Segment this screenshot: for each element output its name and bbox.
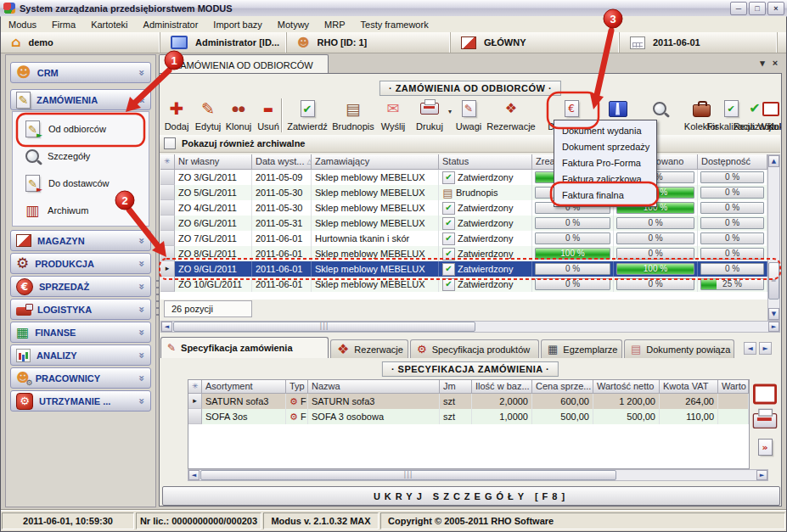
sidebar-section-zamowienia[interactable]: ✎ZAMÓWIENIA» — [10, 89, 151, 110]
menu-item-dokument-wydania[interactable]: Dokument wydania — [554, 123, 656, 139]
tabs-scroll-right-icon[interactable]: ► — [759, 342, 772, 355]
column-header-dost-pno[interactable]: Dostępność — [698, 154, 767, 170]
print-dropdown-icon[interactable]: ▾ — [448, 109, 452, 115]
orders-vertical-scrollbar[interactable]: ▲ ≡ ▼ — [767, 154, 780, 321]
toolbar-button-zatwierd[interactable]: ✔Zatwierdź — [284, 97, 330, 134]
column-header-warto-netto[interactable]: Wartość netto — [593, 380, 660, 394]
toolbar-button-kalendarz[interactable]: Kalendarz — [776, 97, 781, 134]
menu-item-faktura-pro-forma[interactable]: Faktura Pro-Forma — [554, 155, 656, 171]
sidebar-section-logistyka[interactable]: LOGISTYKA» — [10, 299, 151, 320]
toolbar-button-brudnopis[interactable]: ▤Brudnopis — [330, 97, 376, 134]
sidebar-item-szczegoly[interactable]: Szczegóły — [18, 143, 149, 170]
close-button[interactable]: × — [767, 2, 784, 15]
sidebar-section-pracownicy[interactable]: ☻⚙PRACOWNICY» — [10, 367, 151, 389]
infobar-segment-company[interactable]: ⌂demo — [1, 32, 160, 53]
panel-close-icon[interactable]: × — [769, 57, 781, 69]
detail-tab-dokumenty-powi-za[interactable]: ▤Dokumenty powiąza — [624, 339, 734, 358]
column-header-zamawiaj-cy[interactable]: Zamawiający — [312, 154, 439, 170]
sidebar-section-crm[interactable]: ☻CRM» — [10, 62, 151, 83]
column-header-nr-w-asny[interactable]: Nr własny — [175, 154, 252, 170]
infobar-segment-warehouse[interactable]: GŁÓWNY — [451, 32, 620, 53]
menu-item-testy-framework[interactable]: Testy framework — [353, 20, 436, 30]
column-header-asortyment[interactable]: Asortyment — [202, 380, 286, 394]
scroll-right-icon[interactable]: ► — [756, 470, 767, 480]
print-preview-icon[interactable] — [753, 413, 778, 428]
panel-collapse-icon[interactable]: ▾ — [756, 57, 768, 69]
spec-horizontal-scrollbar[interactable]: ◄ ||| ► — [188, 469, 768, 481]
order-row-zo-6-gl-2011[interactable]: ZO 6/GL/20112011-05-31Sklep meblowy MEBE… — [160, 216, 767, 231]
tabs-scroll-left-icon[interactable]: ◄ — [744, 342, 756, 355]
menu-item-faktura-zaliczkowa[interactable]: Faktura zaliczkowa — [554, 171, 656, 188]
column-header-cena-sprze[interactable]: Cena sprze... — [532, 380, 593, 394]
scrollbar-thumb[interactable]: ||| — [173, 322, 475, 332]
sidebar-section-analizy[interactable]: ANALIZY» — [10, 344, 151, 366]
menu-item-motywy[interactable]: Motywy — [270, 20, 317, 30]
spec-row-saturn-sofa3[interactable]: ▸SATURN sofa3⚙FSATURN sofa3szt2,0000600,… — [188, 394, 749, 409]
menu-item-administrator[interactable]: Administrator — [136, 20, 206, 30]
column-header-typ[interactable]: Typ — [286, 380, 308, 394]
toolbar-button-rezerwacje[interactable]: ❖Rezerwacje — [484, 97, 538, 134]
sidebar-item-archiwum[interactable]: ▥Archiwum — [18, 197, 149, 224]
scrollbar-thumb[interactable]: ||| — [200, 470, 616, 480]
toolbar-button-drukuj[interactable]: Drukuj — [410, 97, 449, 134]
toolbar-button-klonuj[interactable]: ●●Klonuj — [223, 97, 254, 134]
sidebar-section-finanse[interactable]: ▦FINANSE» — [10, 322, 151, 343]
menu-item-firma[interactable]: Firma — [44, 20, 83, 30]
toolbar-button-usu[interactable]: ▬Usuń — [254, 97, 283, 134]
toolbar-button-wy-lij[interactable]: ✉Wyślij — [376, 97, 410, 134]
order-row-zo-4-gl-2011[interactable]: ZO 4/GL/20112011-05-30Sklep meblowy MEBE… — [160, 200, 767, 216]
column-header-data-wyst[interactable]: Data wyst...△ — [252, 154, 312, 170]
detail-tab-rezerwacje[interactable]: ❖Rezerwacje — [330, 339, 408, 358]
hide-details-button[interactable]: UKRYJ SZCZEGÓŁY [F8] — [162, 486, 780, 506]
scroll-left-icon[interactable]: ◄ — [188, 470, 200, 480]
column-header-jm[interactable]: Jm — [440, 380, 472, 394]
detail-tab-specyfikacja-zam-wienia[interactable]: ✎Specyfikacja zamówienia — [160, 337, 329, 358]
maximize-button[interactable]: □ — [749, 2, 766, 15]
order-row-zo-3-gl-2011[interactable]: ZO 3/GL/20112011-05-09Sklep meblowy MEBE… — [160, 170, 767, 185]
scroll-left-icon[interactable]: ◄ — [161, 322, 172, 332]
column-header-row-selector[interactable]: ✳ — [160, 154, 175, 170]
detail-tab-egzemplarze[interactable]: ▦Egzemplarze — [541, 339, 622, 358]
order-row-zo-7-gl-2011[interactable]: ZO 7/GL/20112011-06-01Hurtownia tkanin i… — [160, 231, 767, 246]
scrollbar-thumb[interactable]: ≡ — [768, 262, 779, 300]
sidebar-item-do-dostawcow[interactable]: ✎►Do dostawców — [18, 170, 149, 197]
minimize-button[interactable]: ─ — [730, 2, 747, 15]
menu-item-mrp[interactable]: MRP — [317, 20, 352, 30]
menu-item-faktura-finalna[interactable]: Faktura finalna — [554, 188, 656, 204]
spec-row-sofa-3os[interactable]: SOFA 3os⚙FSOFA 3 osobowaszt1,0000500,005… — [188, 409, 749, 424]
toolbar-button-edytuj[interactable]: ✎Edytuj — [193, 97, 223, 134]
orders-horizontal-scrollbar[interactable]: ◄ ||| ► — [160, 321, 780, 333]
sidebar-section-produkcja[interactable]: ⚙PRODUKCJA» — [10, 253, 151, 274]
sidebar-section-utrzymanie[interactable]: ⚙UTRZYMANIE ...» — [10, 390, 151, 412]
menu-item-import-bazy[interactable]: Import bazy — [205, 20, 269, 30]
infobar-segment-operator[interactable]: ☻RHO [ID: 1] — [287, 32, 451, 53]
column-header-kwota-vat[interactable]: Kwota VAT — [660, 380, 718, 394]
column-header-nazwa[interactable]: Nazwa — [308, 380, 440, 394]
order-row-zo-8-gl-2011[interactable]: ZO 8/GL/20112011-06-01Sklep meblowy MEBE… — [160, 246, 767, 261]
menu-item-modus[interactable]: Modus — [1, 20, 44, 30]
order-row-zo-5-gl-2011[interactable]: ZO 5/GL/20112011-05-30Sklep meblowy MEBE… — [160, 185, 767, 200]
sidebar-section-magazyn[interactable]: MAGAZYN» — [10, 230, 151, 251]
infobar-segment-user[interactable]: Administrator [ID... — [160, 32, 287, 53]
order-row-zo-9-gl-2011[interactable]: ▸ZO 9/GL/20112011-06-01Sklep meblowy MEB… — [160, 261, 767, 277]
order-row-zo-10-gl-2011[interactable]: ZO 10/GL/20112011-06-01Sklep meblowy MEB… — [160, 277, 767, 292]
column-header-ilo-w-baz[interactable]: Ilość w baz... — [472, 380, 532, 394]
toolbar-button-uwagi[interactable]: ✎Uwagi — [453, 97, 484, 134]
scroll-right-icon[interactable]: ► — [768, 322, 779, 332]
scroll-up-icon[interactable]: ▲ — [768, 155, 779, 167]
scroll-down-icon[interactable]: ▼ — [768, 308, 779, 320]
menu-item-dokument-sprzeda-y[interactable]: Dokument sprzedaży — [554, 139, 656, 155]
menu-item-kartoteki[interactable]: Kartoteki — [83, 20, 135, 30]
infobar-segment-date[interactable]: 2011-06-01 — [620, 32, 778, 53]
column-header-status[interactable]: Status — [439, 154, 532, 170]
toolbar-button-dodaj[interactable]: ✚Dodaj — [160, 97, 193, 134]
column-header-row-selector[interactable]: ✳ — [188, 380, 202, 394]
column-header-warto[interactable]: Warto — [718, 380, 749, 394]
tab-zamowienia-od-odbiorcow[interactable]: ZAMÓWIENIA OD ODBIORCÓW — [159, 54, 329, 75]
sidebar-section-sprzedaz[interactable]: €SPRZEDAŻ» — [10, 276, 151, 297]
report-view-icon[interactable] — [753, 384, 777, 405]
document-export-icon[interactable]: » — [758, 439, 773, 456]
sidebar-item-od-odbiorcow[interactable]: ✎►Od odbiorców — [18, 115, 149, 143]
show-archived-checkbox[interactable] — [164, 137, 176, 149]
detail-tab-specyfikacja-produkt-w[interactable]: ⚙Specyfikacja produktów — [410, 339, 539, 358]
